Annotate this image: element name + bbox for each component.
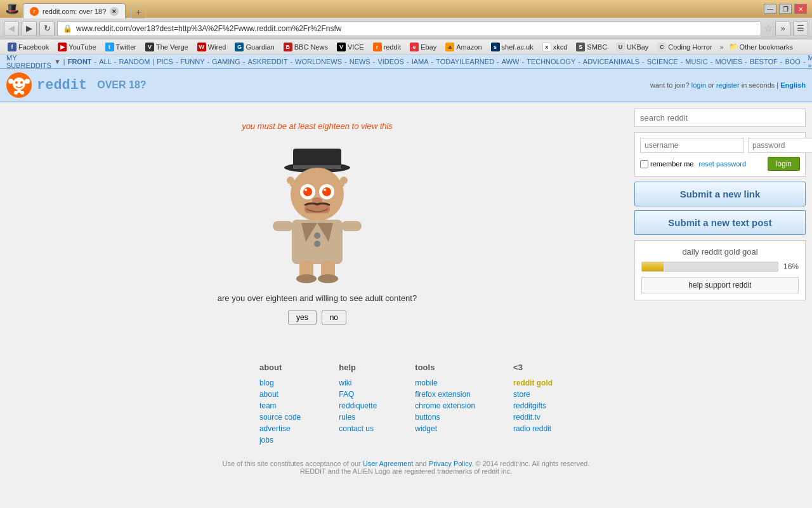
nav-science[interactable]: SCIENCE <box>647 58 678 65</box>
reset-password-link[interactable]: reset password <box>698 160 746 168</box>
nav-news[interactable]: NEWS <box>350 58 370 65</box>
footer-link-rules[interactable]: rules <box>339 413 377 422</box>
gold-progress-fill <box>642 262 664 271</box>
bookmark-amazon[interactable]: a Amazon <box>442 41 485 53</box>
nav-pics[interactable]: PICS <box>157 58 173 65</box>
footer-link-redditgifts[interactable]: redditgifts <box>513 401 553 410</box>
close-button[interactable]: ✕ <box>794 4 807 14</box>
bookmark-wired[interactable]: W Wired <box>193 41 230 53</box>
register-link[interactable]: register <box>716 81 740 89</box>
nav-random[interactable]: RANDOM <box>119 58 150 65</box>
footer-link-buttons[interactable]: buttons <box>415 413 475 422</box>
nav-askreddit[interactable]: ASKREDDIT <box>247 58 287 65</box>
bookmark-vice[interactable]: V VICE <box>333 41 368 53</box>
bookmark-xkcd[interactable]: x xkcd <box>539 41 572 53</box>
footer-link-blog[interactable]: blog <box>259 378 301 387</box>
language-link[interactable]: English <box>780 81 806 89</box>
svg-point-22 <box>324 189 326 191</box>
no-button[interactable]: no <box>322 311 346 324</box>
youtube-icon: ▶ <box>58 43 67 51</box>
remember-me-checkbox[interactable] <box>640 160 648 168</box>
nav-videos[interactable]: VIDEOS <box>377 58 404 65</box>
nav-adviceanimals[interactable]: ADVICEANIMALS <box>583 58 639 65</box>
footer-link-wiki[interactable]: wiki <box>339 378 377 387</box>
privacy-policy-link[interactable]: Privacy Policy <box>429 460 472 467</box>
footer-link-source[interactable]: source code <box>259 413 301 422</box>
center-content: you must be at least eighteen to view th… <box>6 109 628 337</box>
footer-link-radio[interactable]: radio reddit <box>513 424 553 433</box>
refresh-button[interactable]: ↻ <box>39 21 55 36</box>
bookmark-twitter[interactable]: t Twitter <box>102 41 140 53</box>
my-subreddits-link[interactable]: MY SUBREDDITS <box>6 54 51 69</box>
menu-button[interactable]: ☰ <box>793 21 808 36</box>
forward-button[interactable]: ▶ <box>22 21 37 36</box>
footer-link-about[interactable]: about <box>259 390 301 399</box>
reddit-logo[interactable]: reddit OVER 18? <box>6 72 147 98</box>
bookmark-label: xkcd <box>553 43 568 51</box>
footer-link-reddittv[interactable]: reddit.tv <box>513 413 553 422</box>
svg-point-29 <box>314 241 320 247</box>
help-support-button[interactable]: help support reddit <box>641 277 799 293</box>
username-input[interactable] <box>640 138 744 153</box>
nav-iama[interactable]: IAMA <box>412 58 429 65</box>
address-bar[interactable]: 🔒 www.reddit.com/over18?dest=http%3A%2F%… <box>57 21 761 36</box>
footer-link-chrome[interactable]: chrome extension <box>415 401 475 410</box>
bookmark-youtube[interactable]: ▶ YouTube <box>54 41 100 53</box>
login-button[interactable]: login <box>768 157 800 171</box>
tab-close-button[interactable]: ✕ <box>110 7 119 16</box>
extensions-button[interactable]: » <box>775 21 790 36</box>
navigation-bar: ◀ ▶ ↻ 🔒 www.reddit.com/over18?dest=http%… <box>0 18 812 39</box>
footer-link-team[interactable]: team <box>259 401 301 410</box>
nav-technology[interactable]: TECHNOLOGY <box>527 58 575 65</box>
footer-link-widget[interactable]: widget <box>415 424 475 433</box>
minimize-button[interactable]: — <box>764 4 776 14</box>
nav-gaming[interactable]: GAMING <box>212 58 240 65</box>
footer-link-advertise[interactable]: advertise <box>259 424 301 433</box>
nav-movies[interactable]: MOVIES <box>715 58 742 65</box>
nav-all[interactable]: ALL <box>99 58 112 65</box>
nav-bestof[interactable]: BESTOF <box>750 58 778 65</box>
nav-boo[interactable]: BOO <box>785 58 800 65</box>
footer-heart: <3 reddit gold store redditgifts reddit.… <box>513 363 553 447</box>
new-tab-button[interactable]: + <box>131 6 146 18</box>
footer-link-faq[interactable]: FAQ <box>339 390 377 399</box>
footer-link-jobs[interactable]: jobs <box>259 436 301 444</box>
svg-point-1 <box>13 77 25 90</box>
submit-link-button[interactable]: Submit a new link <box>634 182 806 206</box>
nav-worldnews[interactable]: WORLDNEWS <box>295 58 342 65</box>
bookmark-guardian[interactable]: G Guardian <box>231 41 278 53</box>
submit-text-button[interactable]: Submit a new text post <box>634 210 806 235</box>
search-input[interactable] <box>634 109 806 127</box>
bookmark-star[interactable]: ☆ <box>764 22 773 34</box>
bookmark-smbc[interactable]: S SMBC <box>572 41 611 53</box>
footer-link-mobile[interactable]: mobile <box>415 378 475 387</box>
nav-aww[interactable]: AWW <box>502 58 520 65</box>
bookmark-coding-horror[interactable]: C Coding Horror <box>653 41 716 53</box>
password-input[interactable] <box>748 138 812 153</box>
back-button[interactable]: ◀ <box>4 21 19 36</box>
nav-funny[interactable]: FUNNY <box>181 58 205 65</box>
login-link[interactable]: login <box>691 81 706 89</box>
nav-music[interactable]: MUSIC <box>685 58 707 65</box>
restore-button[interactable]: ❒ <box>779 4 792 14</box>
bookmark-ebay[interactable]: e Ebay <box>406 41 440 53</box>
footer-link-reddiquette[interactable]: reddiquette <box>339 401 377 410</box>
footer-link-contact[interactable]: contact us <box>339 424 377 433</box>
user-agreement-link[interactable]: User Agreement <box>363 460 413 467</box>
footer-link-gold[interactable]: reddit gold <box>513 378 553 387</box>
bookmark-theverge[interactable]: V The Verge <box>141 41 192 53</box>
yes-button[interactable]: yes <box>288 311 317 324</box>
bookmark-reddit[interactable]: r reddit <box>369 41 405 53</box>
footer-heart-heading: <3 <box>513 363 553 372</box>
nav-front[interactable]: FRONT <box>68 58 92 65</box>
bookmark-facebook[interactable]: f Facebook <box>4 41 53 53</box>
bookmark-other[interactable]: 📁 Other bookmarks <box>725 41 797 52</box>
footer-link-firefox[interactable]: firefox extension <box>415 390 475 399</box>
footer-link-store[interactable]: store <box>513 390 553 399</box>
browser-tab[interactable]: r reddit.com: over 18? ✕ <box>23 3 126 18</box>
nav-more[interactable]: MORE » <box>808 54 812 69</box>
bookmark-shef[interactable]: s shef.ac.uk <box>487 41 537 53</box>
nav-todayilearned[interactable]: TODAYILEARNED <box>436 58 494 65</box>
bookmark-bbc[interactable]: B BBC News <box>280 41 332 53</box>
bookmark-ukbay[interactable]: U UKBay <box>612 41 652 53</box>
